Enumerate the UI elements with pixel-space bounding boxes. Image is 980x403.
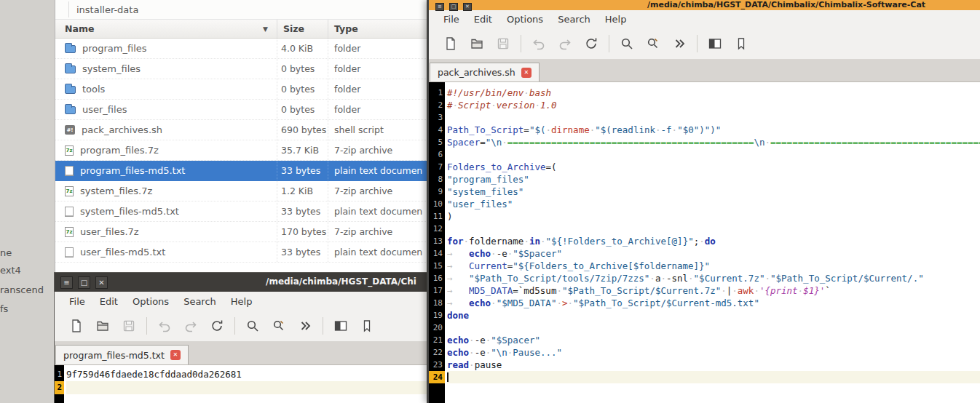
column-header-name[interactable]: Name ▼ [55, 20, 277, 38]
code-line [447, 223, 980, 235]
find-icon[interactable] [614, 33, 640, 55]
goto-line-icon[interactable] [666, 33, 692, 55]
window-menu-icon[interactable]: ≡ [60, 276, 73, 289]
file-type: 7-zip archive [328, 140, 427, 160]
path-bar[interactable]: installer-data [55, 0, 427, 20]
file-row[interactable]: system_files-md5.txt33 bytesplain text d… [55, 202, 427, 222]
reload-icon[interactable] [578, 33, 604, 55]
menu-file[interactable]: File [436, 12, 467, 27]
close-tab-icon[interactable]: ✕ [521, 68, 532, 78]
file-size: 690 bytes [277, 120, 328, 140]
file-name-cell: 7zsystem_files.7z [55, 181, 277, 201]
file-row[interactable]: program_files-md5.txt33 bytesplain text … [55, 161, 427, 181]
line-number: 14 [429, 247, 445, 260]
toggle-panel-icon[interactable] [328, 315, 354, 337]
file-name-cell: #!pack_archives.sh [55, 120, 277, 140]
find-replace-icon[interactable] [266, 315, 292, 337]
file-type: plain text documen [328, 202, 427, 221]
code-area[interactable]: #!/usr/bin/env·bash#·Script·version·1.0P… [445, 82, 980, 403]
text-cursor [447, 372, 448, 382]
file-row[interactable]: 7zuser_files.7z170 bytes7-zip archive [55, 222, 427, 242]
maximize-icon[interactable]: □ [449, 3, 458, 11]
save-icon[interactable] [116, 315, 142, 337]
code-line [447, 148, 980, 161]
titlebar[interactable]: ≡□✕ /media/chimba/HGST_DATA/Chimbalix/Ch… [429, 0, 980, 10]
folder-icon [65, 106, 76, 114]
menu-help[interactable]: Help [224, 294, 260, 309]
file-row[interactable]: user_files-md5.txt33 bytesplain text doc… [55, 242, 427, 263]
column-label: Name [65, 23, 94, 34]
undo-icon[interactable] [151, 315, 178, 337]
line-number: 23 [429, 359, 445, 371]
menu-options[interactable]: Options [499, 12, 550, 27]
close-icon[interactable]: ✕ [463, 3, 472, 11]
file-row[interactable]: 7zprogram_files.7z35.7 KiB7-zip archive [55, 140, 427, 161]
folder-icon [65, 45, 76, 53]
code-line [447, 322, 980, 334]
editor-area[interactable]: 123456789101112131415161718192021222324 … [429, 82, 980, 403]
redo-icon[interactable] [552, 33, 578, 55]
line-number: 7 [429, 161, 445, 173]
window-controls: ≡□✕ [60, 276, 113, 289]
tab[interactable]: program_files-md5.txt ✕ [55, 345, 189, 364]
archive-icon: 7z [65, 145, 74, 156]
bookmark-icon[interactable] [354, 315, 380, 337]
code-line: echo·-e·"\n·Pause..." [447, 346, 980, 359]
window-menu-icon[interactable]: ≡ [435, 3, 444, 11]
menu-file[interactable]: File [62, 294, 92, 309]
file-row[interactable]: 7zsystem_files.7z1.2 KiB7-zip archive [55, 181, 427, 202]
menu-options[interactable]: Options [125, 294, 176, 309]
file-name: user_files.7z [80, 226, 139, 237]
close-icon[interactable]: ✕ [95, 276, 108, 289]
reload-icon[interactable] [204, 315, 230, 337]
new-document-icon[interactable] [438, 33, 464, 55]
open-icon[interactable] [464, 33, 490, 55]
menu-help[interactable]: Help [598, 12, 634, 27]
maximize-icon[interactable]: □ [78, 276, 90, 289]
find-replace-icon[interactable] [640, 33, 666, 55]
redo-icon[interactable] [178, 315, 204, 337]
file-size: 170 bytes [277, 222, 328, 242]
column-header-size[interactable]: Size [277, 20, 328, 38]
code-line: →Current="${Folders_to_Archive[$folderna… [447, 260, 980, 272]
menu-search[interactable]: Search [550, 12, 598, 27]
file-type: folder [328, 59, 427, 79]
new-document-icon[interactable] [63, 315, 90, 337]
file-row[interactable]: tools0 bytesfolder [55, 79, 427, 100]
sort-descending-icon: ▼ [263, 25, 268, 33]
toggle-panel-icon[interactable] [702, 33, 728, 55]
window-controls: ≡□✕ [435, 0, 477, 11]
find-icon[interactable] [240, 315, 266, 337]
open-icon[interactable] [90, 315, 116, 337]
file-row[interactable]: user_files0 bytesfolder [55, 100, 427, 120]
line-number: 4 [429, 124, 445, 136]
background-text-fragment: ext4 [0, 265, 21, 276]
line-number: 19 [429, 309, 445, 322]
line-number: 12 [429, 223, 445, 235]
code-line: →MD5_DATA=`md5sum·"$Path_To_Script/$Curr… [447, 284, 980, 297]
bookmark-icon[interactable] [728, 33, 754, 55]
menu-edit[interactable]: Edit [467, 12, 499, 27]
file-name: system_files-md5.txt [80, 206, 179, 217]
goto-line-icon[interactable] [292, 315, 318, 337]
code-line: read·pause [447, 359, 980, 371]
file-row[interactable]: #!pack_archives.sh690 bytesshell script [55, 120, 427, 140]
menu-search[interactable]: Search [176, 294, 224, 309]
undo-icon[interactable] [526, 33, 552, 55]
menu-edit[interactable]: Edit [92, 294, 125, 309]
file-name: system_files [82, 63, 141, 74]
tab-label: pack_archives.sh [438, 67, 515, 78]
tab[interactable]: pack_archives.sh ✕ [430, 63, 540, 81]
line-number: 2 [429, 99, 445, 111]
line-number: 15 [429, 260, 445, 272]
file-name-cell: user_files [55, 100, 277, 119]
save-icon[interactable] [490, 33, 516, 55]
line-number: 1 [55, 368, 64, 381]
line-number: 2 [55, 381, 64, 394]
background-text-fragment: fs [0, 303, 8, 314]
toolbar-separator [697, 35, 698, 52]
file-row[interactable]: program_files4.0 KiBfolder [55, 39, 427, 59]
column-header-type[interactable]: Type [328, 20, 427, 38]
close-tab-icon[interactable]: ✕ [170, 350, 181, 360]
file-row[interactable]: system_files0 bytesfolder [55, 59, 427, 79]
